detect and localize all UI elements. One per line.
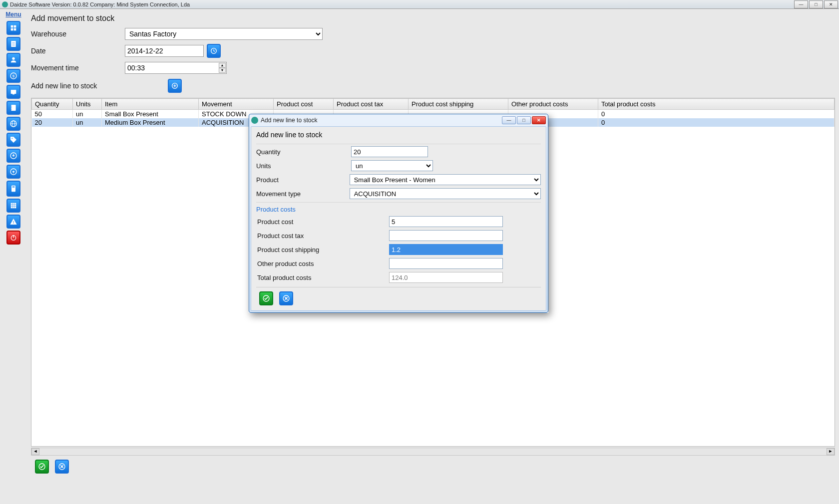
svg-point-15 bbox=[11, 107, 11, 108]
dlg-ship-input[interactable] bbox=[389, 244, 503, 255]
time-input[interactable] bbox=[125, 62, 227, 74]
dlg-product-select[interactable]: Small Box Present - Women bbox=[350, 174, 541, 185]
svg-rect-25 bbox=[11, 203, 16, 209]
sidebar-power-icon[interactable] bbox=[6, 231, 20, 245]
dlg-other-input[interactable] bbox=[389, 258, 503, 269]
col-item[interactable]: Item bbox=[102, 99, 199, 110]
svg-rect-3 bbox=[14, 28, 16, 31]
dlg-units-label: Units bbox=[256, 162, 351, 170]
dlg-cost-label: Product cost bbox=[256, 218, 389, 226]
dlg-total-input bbox=[389, 272, 503, 283]
page-title: Add movement to stock bbox=[31, 14, 835, 23]
date-input[interactable] bbox=[125, 45, 204, 57]
dialog-close-button[interactable]: ✕ bbox=[532, 116, 546, 124]
dlg-cancel-button[interactable] bbox=[279, 291, 293, 305]
add-line-label: Add new line to stock bbox=[31, 82, 165, 90]
sidebar-globe-icon[interactable] bbox=[6, 117, 20, 131]
col-units[interactable]: Units bbox=[73, 99, 102, 110]
time-spinner-up[interactable]: ▲ bbox=[219, 63, 226, 68]
dlg-other-label: Other product costs bbox=[256, 260, 389, 267]
sidebar-upload-icon[interactable] bbox=[6, 165, 20, 179]
svg-point-14 bbox=[11, 106, 11, 106]
dlg-tax-input[interactable] bbox=[389, 230, 503, 241]
col-movement[interactable]: Movement bbox=[199, 99, 274, 110]
cancel-button[interactable] bbox=[55, 460, 69, 474]
dlg-ship-label: Product cost shipping bbox=[256, 246, 389, 253]
dialog-titlebar[interactable]: Add new line to stock — □ ✕ bbox=[249, 114, 548, 126]
svg-point-16 bbox=[11, 109, 11, 110]
date-picker-button[interactable] bbox=[207, 44, 221, 58]
sidebar-device-icon[interactable] bbox=[6, 181, 20, 197]
add-line-button[interactable] bbox=[168, 79, 182, 93]
warehouse-select[interactable]: Santas Factory bbox=[125, 28, 323, 40]
sidebar-warning-icon[interactable]: ! bbox=[6, 215, 20, 229]
sidebar: Menu $ ! bbox=[0, 9, 27, 504]
sidebar-grid-icon[interactable] bbox=[6, 199, 20, 213]
svg-rect-0 bbox=[11, 25, 13, 28]
sidebar-dashboard-icon[interactable] bbox=[6, 21, 20, 35]
svg-rect-13 bbox=[11, 105, 15, 111]
sidebar-user-icon[interactable] bbox=[6, 53, 20, 67]
svg-rect-11 bbox=[11, 90, 16, 94]
dlg-product-label: Product bbox=[256, 176, 350, 184]
table-hscrollbar[interactable]: ◄ ► bbox=[31, 448, 835, 456]
dlg-qty-input[interactable] bbox=[351, 146, 428, 157]
close-button[interactable]: ✕ bbox=[824, 0, 838, 8]
dlg-confirm-button[interactable] bbox=[259, 291, 273, 305]
svg-point-20 bbox=[11, 138, 12, 139]
dlg-movtype-label: Movement type bbox=[256, 190, 350, 198]
dlg-total-label: Total product costs bbox=[256, 274, 389, 281]
warehouse-label: Warehouse bbox=[31, 30, 125, 38]
svg-rect-1 bbox=[14, 25, 16, 28]
svg-text:$: $ bbox=[12, 74, 15, 78]
col-tax[interactable]: Product cost tax bbox=[334, 99, 409, 110]
col-cost[interactable]: Product cost bbox=[274, 99, 334, 110]
window-title: Daidze Software Version: 0.0.82 Company:… bbox=[10, 1, 190, 7]
svg-text:!: ! bbox=[13, 220, 14, 225]
app-icon bbox=[2, 1, 8, 7]
sidebar-notebook-icon[interactable] bbox=[6, 101, 20, 115]
add-line-dialog: Add new line to stock — □ ✕ Add new line… bbox=[249, 114, 548, 313]
table-header-row: Quantity Units Item Movement Product cos… bbox=[32, 99, 835, 110]
minimize-button[interactable]: — bbox=[794, 0, 808, 8]
time-label: Movement time bbox=[31, 64, 125, 72]
dlg-costs-section: Product costs bbox=[256, 206, 541, 213]
svg-rect-24 bbox=[12, 186, 15, 187]
maximize-button[interactable]: □ bbox=[809, 0, 823, 8]
dlg-movtype-select[interactable]: ACQUISITION bbox=[350, 188, 541, 199]
dialog-minimize-button[interactable]: — bbox=[502, 116, 516, 124]
dlg-tax-label: Product cost tax bbox=[256, 232, 389, 240]
time-spinner-down[interactable]: ▼ bbox=[219, 68, 226, 73]
col-ship[interactable]: Product cost shipping bbox=[409, 99, 508, 110]
menu-label[interactable]: Menu bbox=[0, 10, 27, 19]
col-other[interactable]: Other product costs bbox=[508, 99, 598, 110]
sidebar-pos-icon[interactable] bbox=[6, 85, 20, 99]
dialog-icon bbox=[251, 117, 258, 124]
scroll-left-icon[interactable]: ◄ bbox=[31, 448, 39, 455]
sidebar-tag-icon[interactable] bbox=[6, 133, 20, 147]
sidebar-money-icon[interactable]: $ bbox=[6, 69, 20, 83]
dlg-units-select[interactable]: un bbox=[351, 160, 433, 171]
col-quantity[interactable]: Quantity bbox=[32, 99, 73, 110]
svg-rect-2 bbox=[11, 28, 13, 31]
sidebar-document-icon[interactable] bbox=[6, 37, 20, 51]
confirm-button[interactable] bbox=[35, 460, 49, 474]
date-label: Date bbox=[31, 47, 125, 55]
dlg-qty-label: Quantity bbox=[256, 148, 351, 156]
window-titlebar: Daidze Software Version: 0.0.82 Company:… bbox=[0, 0, 839, 9]
dialog-title: Add new line to stock bbox=[261, 117, 317, 124]
dlg-cost-input[interactable] bbox=[389, 216, 503, 227]
dialog-header: Add new line to stock bbox=[256, 131, 541, 139]
svg-rect-12 bbox=[12, 94, 14, 94]
col-total[interactable]: Total product costs bbox=[598, 99, 835, 110]
scroll-right-icon[interactable]: ► bbox=[827, 448, 835, 455]
dialog-maximize-button[interactable]: □ bbox=[517, 116, 531, 124]
svg-point-8 bbox=[12, 57, 14, 60]
sidebar-download-icon[interactable] bbox=[6, 149, 20, 163]
